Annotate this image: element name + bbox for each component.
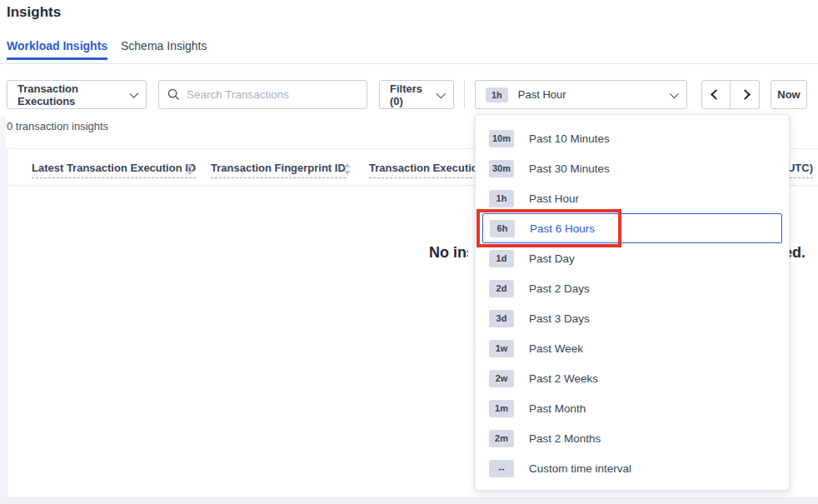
search-input[interactable]	[187, 88, 345, 101]
time-option-past-6-hours[interactable]: 6h Past 6 Hours	[482, 213, 782, 243]
time-option-past-week[interactable]: 1w Past Week	[476, 333, 789, 363]
time-option-past-2-months[interactable]: 2m Past 2 Months	[476, 423, 789, 453]
time-option-badge: 1m	[489, 400, 514, 417]
chevron-down-icon	[129, 89, 138, 98]
time-option-badge: 1h	[489, 190, 514, 207]
column-header-latest-transaction-execution-id[interactable]: Latest Transaction Execution ID	[32, 162, 196, 178]
page-background-strip-left	[0, 117, 6, 504]
search-box[interactable]	[158, 80, 367, 109]
empty-state-message: No insights found for the time period de…	[429, 244, 468, 266]
tab-schema-insights[interactable]: Schema Insights	[121, 39, 207, 52]
insights-count: 0 transaction insights	[7, 120, 108, 132]
time-option-past-month[interactable]: 1m Past Month	[476, 393, 789, 423]
time-option-past-3-days[interactable]: 3d Past 3 Days	[476, 303, 789, 333]
time-option-badge: 30m	[489, 160, 514, 177]
page-title: Insights	[7, 4, 61, 21]
search-icon	[167, 88, 180, 101]
chevron-right-icon	[740, 89, 751, 100]
time-range-selector[interactable]: 1h Past Hour	[475, 80, 687, 109]
insight-type-dropdown-label: Transaction Executions	[17, 82, 130, 107]
column-header-transaction-execution[interactable]: Transaction Execution	[369, 162, 485, 178]
time-nav-arrows	[701, 80, 760, 109]
page-background-strip-bottom	[0, 497, 818, 504]
time-option-badge: 2w	[489, 370, 514, 387]
time-option-past-2-weeks[interactable]: 2w Past 2 Weeks	[476, 363, 789, 393]
chevron-left-icon	[711, 89, 721, 100]
chevron-down-icon	[670, 88, 679, 97]
time-option-past-day[interactable]: 1d Past Day	[476, 243, 789, 273]
tab-workload-insights[interactable]: Workload Insights	[7, 39, 107, 52]
time-option-past-2-days[interactable]: 2d Past 2 Days	[476, 273, 789, 303]
toolbar-divider	[464, 80, 465, 109]
insight-type-dropdown[interactable]: Transaction Executions	[7, 80, 147, 109]
time-range-dropdown-menu: 10m Past 10 Minutes 30m Past 30 Minutes …	[475, 114, 790, 491]
time-option-badge: 1d	[489, 250, 514, 267]
time-option-badge: 3d	[489, 310, 514, 327]
time-prev-button[interactable]	[701, 80, 731, 109]
time-option-past-30-minutes[interactable]: 30m Past 30 Minutes	[476, 153, 789, 183]
time-option-badge: 1w	[489, 340, 514, 357]
time-range-badge: 1h	[486, 87, 508, 102]
filters-dropdown-label: Filters (0)	[390, 82, 436, 107]
time-option-custom-time-interval[interactable]: -- Custom time interval	[476, 453, 789, 483]
time-option-badge: 10m	[489, 130, 514, 147]
chevron-down-icon	[436, 89, 446, 98]
time-option-badge: 6h	[490, 220, 515, 237]
now-button[interactable]: Now	[771, 80, 807, 109]
time-next-button[interactable]	[731, 80, 760, 109]
sort-icon[interactable]	[187, 163, 194, 175]
filters-dropdown[interactable]: Filters (0)	[379, 80, 454, 109]
time-option-past-10-minutes[interactable]: 10m Past 10 Minutes	[476, 123, 789, 153]
tab-bar: Workload Insights Schema Insights	[0, 37, 818, 64]
column-header-transaction-fingerprint-id[interactable]: Transaction Fingerprint ID	[211, 162, 346, 178]
toolbar: Transaction Executions Filters (0) 1h Pa…	[0, 80, 818, 109]
time-option-badge: 2d	[489, 280, 514, 297]
sort-icon[interactable]	[344, 163, 352, 175]
time-option-badge: 2m	[489, 430, 514, 447]
time-range-label: Past Hour	[518, 88, 566, 101]
time-option-badge: --	[489, 460, 514, 477]
time-option-past-hour[interactable]: 1h Past Hour	[476, 183, 789, 213]
